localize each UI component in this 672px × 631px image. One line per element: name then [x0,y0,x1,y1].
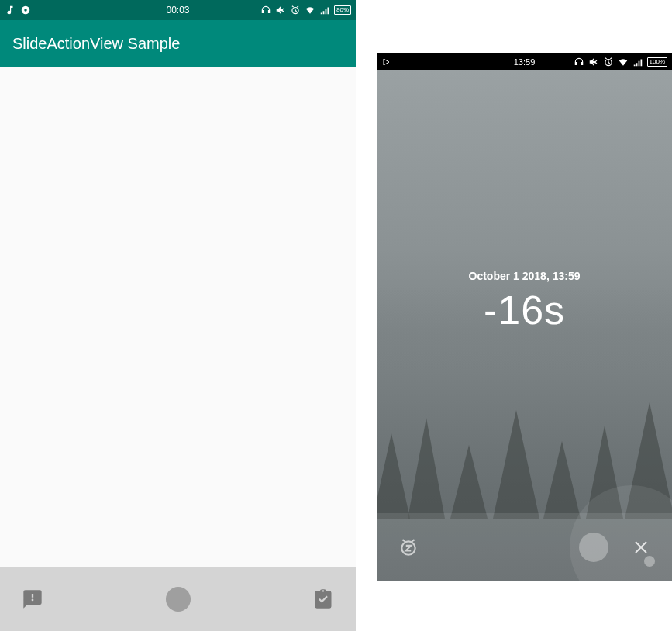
tree-silhouette [543,441,581,519]
headphones-icon [260,5,271,16]
mute-icon [275,5,286,16]
alarm-date-time: October 1 2018, 13:59 [377,270,672,282]
wifi-icon [305,5,315,16]
headphones-icon [574,57,584,67]
svg-point-1 [24,9,27,12]
tree-silhouette [377,433,410,519]
play-icon [381,57,391,67]
tree-silhouette [493,410,539,519]
music-note-icon [5,5,16,16]
tree-silhouette [408,418,445,519]
battery-indicator: 80% [334,5,351,15]
slide-trail-dot [644,556,655,567]
wifi-icon [618,57,629,67]
status-bar-time: 13:59 [514,57,536,67]
alarm-icon [603,57,614,67]
slide-target-ring [570,485,672,581]
countdown-text: -16s [377,287,672,333]
signal-icon [632,57,643,67]
status-bar-time: 00:03 [166,5,189,16]
status-bar: 00:03 80% [0,0,356,20]
phone-screenshot-right: 13:59 100% [377,53,672,581]
clipboard-check-icon[interactable] [312,588,334,610]
alarm-info: October 1 2018, 13:59 -16s [377,270,672,333]
content-area [0,67,356,567]
phone-screenshot-left: 00:03 80% SlideActionView Sample [0,0,356,631]
disc-icon [20,5,31,16]
slide-action-view[interactable] [377,513,672,581]
tree-silhouette [450,445,488,519]
lockscreen-background: October 1 2018, 13:59 -16s [377,70,672,581]
exclamation-bubble-icon[interactable] [22,588,43,610]
status-bar: 13:59 100% [377,53,672,70]
alarm-icon [290,5,301,16]
snooze-icon[interactable] [398,537,419,557]
app-bar: SlideActionView Sample [0,20,356,67]
slide-handle[interactable] [579,533,608,562]
signal-icon [319,5,330,16]
app-bar-title: SlideActionView Sample [12,35,180,53]
battery-indicator: 100% [647,57,667,67]
mute-icon [588,57,599,67]
slide-action-view[interactable] [0,567,356,631]
slide-handle[interactable] [166,587,191,612]
close-icon[interactable] [632,538,650,557]
